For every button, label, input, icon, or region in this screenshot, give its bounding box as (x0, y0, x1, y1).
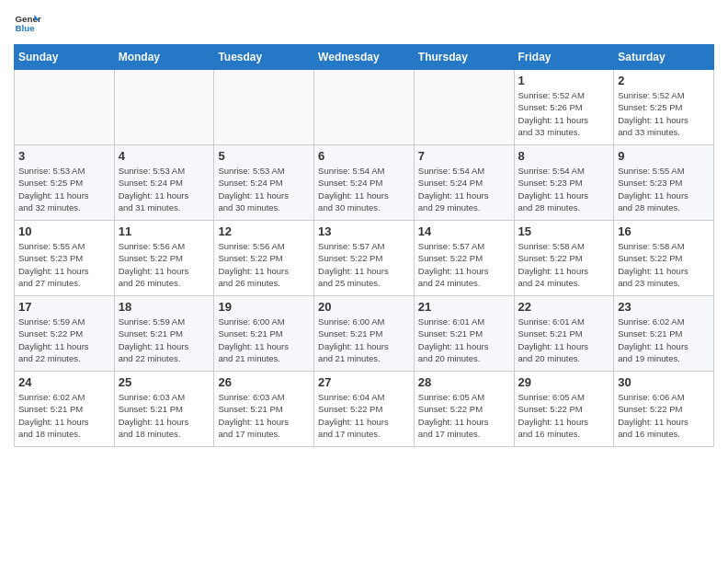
calendar-cell: 4Sunrise: 5:53 AM Sunset: 5:24 PM Daylig… (114, 145, 214, 221)
day-number: 6 (318, 149, 410, 163)
calendar-cell: 5Sunrise: 5:53 AM Sunset: 5:24 PM Daylig… (214, 145, 314, 221)
day-number: 15 (518, 224, 610, 238)
day-info: Sunrise: 6:05 AM Sunset: 5:22 PM Dayligh… (518, 391, 610, 440)
day-number: 14 (418, 224, 510, 238)
day-number: 27 (318, 375, 410, 389)
calendar-header-sunday: Sunday (15, 45, 115, 70)
day-info: Sunrise: 6:02 AM Sunset: 5:21 PM Dayligh… (618, 316, 710, 364)
calendar-table: SundayMondayTuesdayWednesdayThursdayFrid… (14, 44, 714, 447)
calendar-week-row: 10Sunrise: 5:55 AM Sunset: 5:23 PM Dayli… (15, 221, 714, 296)
day-number: 26 (218, 375, 310, 389)
logo: General Blue (14, 9, 41, 37)
calendar-cell: 3Sunrise: 5:53 AM Sunset: 5:25 PM Daylig… (15, 145, 115, 221)
calendar-cell: 6Sunrise: 5:54 AM Sunset: 5:24 PM Daylig… (314, 145, 415, 221)
calendar-cell: 29Sunrise: 6:05 AM Sunset: 5:22 PM Dayli… (514, 372, 614, 447)
day-info: Sunrise: 6:02 AM Sunset: 5:21 PM Dayligh… (18, 391, 110, 440)
day-number: 1 (518, 74, 610, 87)
calendar-cell (15, 70, 115, 145)
calendar-cell: 11Sunrise: 5:56 AM Sunset: 5:22 PM Dayli… (114, 221, 214, 296)
calendar-cell: 7Sunrise: 5:54 AM Sunset: 5:24 PM Daylig… (414, 145, 514, 221)
calendar-week-row: 1Sunrise: 5:52 AM Sunset: 5:26 PM Daylig… (15, 70, 714, 145)
calendar-cell: 21Sunrise: 6:01 AM Sunset: 5:21 PM Dayli… (414, 296, 514, 372)
calendar-cell: 19Sunrise: 6:00 AM Sunset: 5:21 PM Dayli… (214, 296, 314, 372)
calendar-header-tuesday: Tuesday (214, 45, 314, 70)
day-number: 24 (18, 375, 110, 389)
day-info: Sunrise: 5:56 AM Sunset: 5:22 PM Dayligh… (119, 240, 210, 289)
calendar-cell: 22Sunrise: 6:01 AM Sunset: 5:21 PM Dayli… (514, 296, 614, 372)
calendar-header-saturday: Saturday (614, 45, 714, 70)
day-info: Sunrise: 5:58 AM Sunset: 5:22 PM Dayligh… (618, 240, 710, 289)
calendar-cell: 14Sunrise: 5:57 AM Sunset: 5:22 PM Dayli… (414, 221, 514, 296)
day-info: Sunrise: 5:53 AM Sunset: 5:24 PM Dayligh… (218, 165, 310, 213)
day-info: Sunrise: 6:04 AM Sunset: 5:22 PM Dayligh… (318, 391, 410, 440)
day-number: 28 (418, 375, 510, 389)
calendar-header-monday: Monday (114, 45, 214, 70)
day-info: Sunrise: 6:06 AM Sunset: 5:22 PM Dayligh… (618, 391, 710, 440)
calendar-week-row: 3Sunrise: 5:53 AM Sunset: 5:25 PM Daylig… (15, 145, 714, 221)
day-info: Sunrise: 6:00 AM Sunset: 5:21 PM Dayligh… (318, 316, 410, 364)
page-header: General Blue (14, 9, 714, 37)
svg-text:General: General (16, 14, 42, 24)
day-info: Sunrise: 6:01 AM Sunset: 5:21 PM Dayligh… (418, 316, 510, 364)
calendar-cell: 15Sunrise: 5:58 AM Sunset: 5:22 PM Dayli… (514, 221, 614, 296)
day-number: 9 (618, 149, 710, 163)
day-number: 10 (18, 224, 110, 238)
day-info: Sunrise: 6:03 AM Sunset: 5:21 PM Dayligh… (218, 391, 310, 440)
day-number: 21 (418, 300, 510, 314)
calendar-cell: 27Sunrise: 6:04 AM Sunset: 5:22 PM Dayli… (314, 372, 415, 447)
calendar-cell: 20Sunrise: 6:00 AM Sunset: 5:21 PM Dayli… (314, 296, 415, 372)
day-number: 16 (618, 224, 710, 238)
day-number: 29 (518, 375, 610, 389)
day-info: Sunrise: 5:52 AM Sunset: 5:26 PM Dayligh… (518, 89, 610, 138)
day-number: 8 (518, 149, 610, 163)
day-info: Sunrise: 6:05 AM Sunset: 5:22 PM Dayligh… (418, 391, 510, 440)
calendar-header-wednesday: Wednesday (314, 45, 415, 70)
calendar-cell: 16Sunrise: 5:58 AM Sunset: 5:22 PM Dayli… (614, 221, 714, 296)
calendar-body: 1Sunrise: 5:52 AM Sunset: 5:26 PM Daylig… (15, 70, 714, 447)
day-number: 7 (418, 149, 510, 163)
calendar-cell: 17Sunrise: 5:59 AM Sunset: 5:22 PM Dayli… (15, 296, 115, 372)
calendar-week-row: 17Sunrise: 5:59 AM Sunset: 5:22 PM Dayli… (15, 296, 714, 372)
logo-icon: General Blue (14, 9, 41, 37)
calendar-cell: 10Sunrise: 5:55 AM Sunset: 5:23 PM Dayli… (15, 221, 115, 296)
day-info: Sunrise: 5:57 AM Sunset: 5:22 PM Dayligh… (418, 240, 510, 289)
calendar-cell (214, 70, 314, 145)
calendar-cell: 23Sunrise: 6:02 AM Sunset: 5:21 PM Dayli… (614, 296, 714, 372)
calendar-cell: 26Sunrise: 6:03 AM Sunset: 5:21 PM Dayli… (214, 372, 314, 447)
day-number: 18 (119, 300, 210, 314)
day-info: Sunrise: 5:52 AM Sunset: 5:25 PM Dayligh… (618, 89, 710, 138)
calendar-cell: 13Sunrise: 5:57 AM Sunset: 5:22 PM Dayli… (314, 221, 415, 296)
day-info: Sunrise: 6:01 AM Sunset: 5:21 PM Dayligh… (518, 316, 610, 364)
day-number: 25 (119, 375, 210, 389)
day-number: 3 (18, 149, 110, 163)
day-number: 13 (318, 224, 410, 238)
calendar-cell: 28Sunrise: 6:05 AM Sunset: 5:22 PM Dayli… (414, 372, 514, 447)
day-number: 22 (518, 300, 610, 314)
day-info: Sunrise: 5:59 AM Sunset: 5:21 PM Dayligh… (119, 316, 210, 364)
day-info: Sunrise: 5:59 AM Sunset: 5:22 PM Dayligh… (18, 316, 110, 364)
day-number: 19 (218, 300, 310, 314)
day-info: Sunrise: 5:53 AM Sunset: 5:25 PM Dayligh… (18, 165, 110, 213)
day-info: Sunrise: 5:54 AM Sunset: 5:24 PM Dayligh… (318, 165, 410, 213)
day-info: Sunrise: 5:55 AM Sunset: 5:23 PM Dayligh… (18, 240, 110, 289)
day-number: 12 (218, 224, 310, 238)
calendar-cell (414, 70, 514, 145)
calendar-week-row: 24Sunrise: 6:02 AM Sunset: 5:21 PM Dayli… (15, 372, 714, 447)
calendar-cell: 9Sunrise: 5:55 AM Sunset: 5:23 PM Daylig… (614, 145, 714, 221)
svg-text:Blue: Blue (16, 23, 36, 33)
day-info: Sunrise: 5:54 AM Sunset: 5:24 PM Dayligh… (418, 165, 510, 213)
day-number: 5 (218, 149, 310, 163)
calendar-cell (314, 70, 415, 145)
day-number: 30 (618, 375, 710, 389)
calendar-header-row: SundayMondayTuesdayWednesdayThursdayFrid… (15, 45, 714, 70)
calendar-cell: 24Sunrise: 6:02 AM Sunset: 5:21 PM Dayli… (15, 372, 115, 447)
day-number: 11 (119, 224, 210, 238)
calendar-cell: 12Sunrise: 5:56 AM Sunset: 5:22 PM Dayli… (214, 221, 314, 296)
day-info: Sunrise: 5:55 AM Sunset: 5:23 PM Dayligh… (618, 165, 710, 213)
calendar-cell: 1Sunrise: 5:52 AM Sunset: 5:26 PM Daylig… (514, 70, 614, 145)
day-info: Sunrise: 5:56 AM Sunset: 5:22 PM Dayligh… (218, 240, 310, 289)
day-info: Sunrise: 6:00 AM Sunset: 5:21 PM Dayligh… (218, 316, 310, 364)
day-number: 23 (618, 300, 710, 314)
day-number: 20 (318, 300, 410, 314)
day-number: 2 (618, 74, 710, 87)
